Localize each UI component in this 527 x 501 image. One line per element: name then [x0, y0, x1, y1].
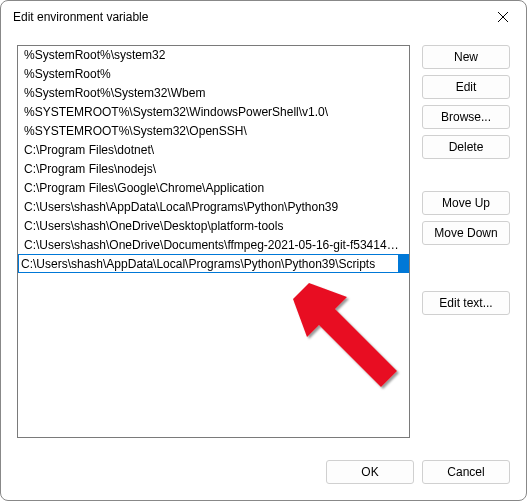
list-item[interactable]: C:\Program Files\Google\Chrome\Applicati…	[18, 179, 409, 198]
list-item[interactable]: C:\Users\shash\AppData\Local\Programs\Py…	[18, 198, 409, 217]
close-icon	[498, 12, 508, 22]
list-item-editing[interactable]	[18, 254, 409, 273]
path-listbox[interactable]: %SystemRoot%\system32 %SystemRoot% %Syst…	[17, 45, 410, 438]
list-item[interactable]: C:\Program Files\nodejs\	[18, 160, 409, 179]
spacer	[422, 165, 510, 185]
edit-env-dialog: Edit environment variable %SystemRoot%\s…	[0, 0, 527, 501]
list-item[interactable]: C:\Users\shash\OneDrive\Desktop\platform…	[18, 217, 409, 236]
browse-button[interactable]: Browse...	[422, 105, 510, 129]
dialog-content: %SystemRoot%\system32 %SystemRoot% %Syst…	[1, 33, 526, 450]
cancel-button[interactable]: Cancel	[422, 460, 510, 484]
list-item[interactable]: %SystemRoot%\system32	[18, 46, 409, 65]
list-item[interactable]: C:\Program Files\dotnet\	[18, 141, 409, 160]
spacer	[422, 251, 510, 285]
new-button[interactable]: New	[422, 45, 510, 69]
path-edit-input[interactable]	[19, 255, 398, 272]
selection-caret	[398, 255, 408, 272]
list-item[interactable]: %SYSTEMROOT%\System32\WindowsPowerShell\…	[18, 103, 409, 122]
action-buttons: New Edit Browse... Delete Move Up Move D…	[422, 45, 510, 438]
list-item[interactable]: %SYSTEMROOT%\System32\OpenSSH\	[18, 122, 409, 141]
list-item[interactable]: %SystemRoot%	[18, 65, 409, 84]
list-item[interactable]: C:\Users\shash\OneDrive\Documents\ffmpeg…	[18, 236, 409, 255]
delete-button[interactable]: Delete	[422, 135, 510, 159]
move-down-button[interactable]: Move Down	[422, 221, 510, 245]
edit-text-button[interactable]: Edit text...	[422, 291, 510, 315]
titlebar: Edit environment variable	[1, 1, 526, 33]
dialog-title: Edit environment variable	[13, 10, 480, 24]
dialog-footer: OK Cancel	[1, 450, 526, 500]
move-up-button[interactable]: Move Up	[422, 191, 510, 215]
edit-button[interactable]: Edit	[422, 75, 510, 99]
ok-button[interactable]: OK	[326, 460, 414, 484]
close-button[interactable]	[480, 1, 526, 33]
list-item[interactable]: %SystemRoot%\System32\Wbem	[18, 84, 409, 103]
